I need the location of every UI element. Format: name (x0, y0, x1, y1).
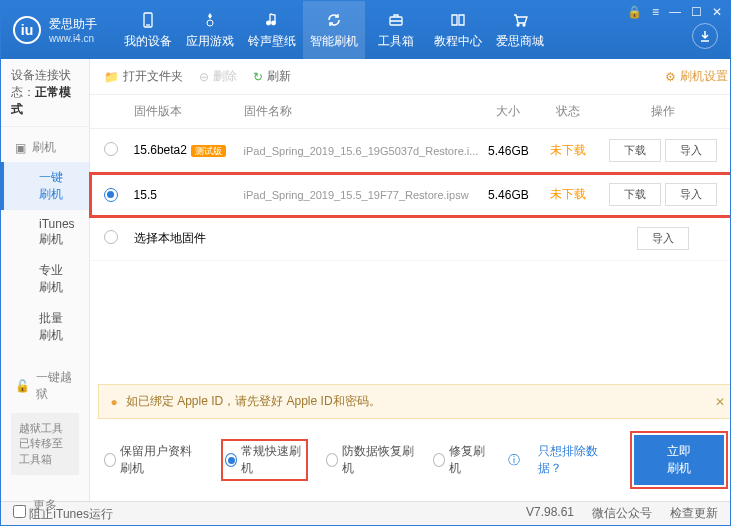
app-title: 爱思助手 (49, 16, 97, 33)
open-folder-button[interactable]: 📁打开文件夹 (104, 68, 183, 85)
import-button[interactable]: 导入 (637, 227, 689, 250)
firmware-row[interactable]: 15.5 iPad_Spring_2019_15.5_19F77_Restore… (90, 173, 731, 217)
app-header: iu 爱思助手 www.i4.cn 我的设备 应用游戏 铃声壁纸 智能刷机 工具… (1, 1, 730, 59)
table-header: 固件版本 固件名称 大小 状态 操作 (90, 95, 731, 129)
apps-icon (201, 11, 219, 29)
sidebar-item-oneclick[interactable]: 一键刷机 (1, 162, 89, 210)
toolbar: 📁打开文件夹 ⊖删除 ↻刷新 ⚙刷机设置 (90, 59, 731, 95)
row-radio[interactable] (104, 188, 118, 202)
phone-icon (139, 11, 157, 29)
nav-tabs: 我的设备 应用游戏 铃声壁纸 智能刷机 工具箱 教程中心 爱思商城 (117, 1, 551, 59)
col-ops: 操作 (598, 103, 728, 120)
close-icon[interactable]: ✕ (715, 395, 725, 409)
music-icon (263, 11, 281, 29)
sidebar: 设备连接状态：正常模式 ▣刷机 一键刷机 iTunes刷机 专业刷机 批量刷机 … (1, 59, 90, 501)
row-radio[interactable] (104, 230, 118, 244)
logo-area: iu 爱思助手 www.i4.cn (1, 16, 109, 44)
book-icon (449, 11, 467, 29)
logo-icon: iu (13, 16, 41, 44)
app-url: www.i4.cn (49, 33, 97, 44)
maximize-icon[interactable]: ☐ (691, 5, 702, 19)
version-label: V7.98.61 (526, 505, 574, 522)
tab-toolbox[interactable]: 工具箱 (365, 1, 427, 59)
flash-now-button[interactable]: 立即刷机 (634, 435, 725, 485)
firmware-row[interactable]: 15.6beta2测试版 iPad_Spring_2019_15.6_19G50… (90, 129, 731, 173)
exclude-data-link[interactable]: 只想排除数据？ (538, 443, 611, 477)
opt-repair[interactable]: 修复刷机 (433, 443, 491, 477)
col-name: 固件名称 (244, 103, 479, 120)
jailbreak-note: 越狱工具已转移至工具箱 (11, 413, 79, 475)
svg-point-3 (267, 21, 271, 25)
download-button[interactable]: 下载 (609, 183, 661, 206)
svg-point-7 (523, 24, 525, 26)
gear-icon: ⚙ (665, 70, 676, 84)
footer: 阻止iTunes运行 V7.98.61 微信公众号 检查更新 (1, 501, 730, 525)
warning-icon: ● (111, 395, 118, 409)
lock-icon[interactable]: 🔒 (627, 5, 642, 19)
download-button[interactable]: 下载 (609, 139, 661, 162)
opt-keep-data[interactable]: 保留用户资料刷机 (104, 443, 204, 477)
connection-status: 设备连接状态：正常模式 (1, 59, 89, 127)
refresh-button[interactable]: ↻刷新 (253, 68, 291, 85)
col-version: 固件版本 (134, 103, 244, 120)
tab-store[interactable]: 爱思商城 (489, 1, 551, 59)
delete-icon: ⊖ (199, 70, 209, 84)
sidebar-item-itunes[interactable]: iTunes刷机 (1, 210, 89, 255)
tab-tutorial[interactable]: 教程中心 (427, 1, 489, 59)
delete-button[interactable]: ⊖删除 (199, 68, 237, 85)
menu-icon[interactable]: ≡ (652, 5, 659, 19)
sidebar-group-flash[interactable]: ▣刷机 (1, 133, 89, 162)
wechat-link[interactable]: 微信公众号 (592, 505, 652, 522)
warning-banner: ● 如已绑定 Apple ID，请先登好 Apple ID和密码。 ✕ (98, 384, 731, 419)
beta-badge: 测试版 (191, 145, 226, 157)
info-icon[interactable]: ⓘ (508, 452, 520, 469)
window-controls: 🔒 ≡ — ☐ ✕ (627, 5, 722, 19)
col-size: 大小 (478, 103, 538, 120)
download-button[interactable] (692, 23, 718, 49)
tab-ringtones[interactable]: 铃声壁纸 (241, 1, 303, 59)
tab-apps[interactable]: 应用游戏 (179, 1, 241, 59)
sidebar-item-pro[interactable]: 专业刷机 (1, 255, 89, 303)
refresh-icon (325, 11, 343, 29)
minimize-icon[interactable]: — (669, 5, 681, 19)
toolbox-icon (387, 11, 405, 29)
check-update-link[interactable]: 检查更新 (670, 505, 718, 522)
svg-point-6 (517, 24, 519, 26)
flash-settings-button[interactable]: ⚙刷机设置 (665, 68, 728, 85)
close-icon[interactable]: ✕ (712, 5, 722, 19)
tab-my-device[interactable]: 我的设备 (117, 1, 179, 59)
import-button[interactable]: 导入 (665, 139, 717, 162)
sidebar-group-jailbreak[interactable]: 🔓一键越狱 (1, 363, 89, 409)
folder-icon: 📁 (104, 70, 119, 84)
opt-normal[interactable]: 常规快速刷机 (225, 443, 304, 477)
sidebar-item-batch[interactable]: 批量刷机 (1, 303, 89, 351)
phone-icon: ▣ (15, 141, 26, 155)
lock-icon: 🔓 (15, 379, 30, 393)
tab-flash[interactable]: 智能刷机 (303, 1, 365, 59)
main-panel: 📁打开文件夹 ⊖删除 ↻刷新 ⚙刷机设置 固件版本 固件名称 大小 状态 操作 … (90, 59, 731, 501)
col-status: 状态 (538, 103, 598, 120)
svg-point-2 (207, 20, 213, 26)
cart-icon (511, 11, 529, 29)
local-firmware-row[interactable]: 选择本地固件 导入 (90, 217, 731, 261)
flash-options: 保留用户资料刷机 常规快速刷机 防数据恢复刷机 修复刷机 ⓘ 只想排除数据？ 立… (90, 419, 731, 501)
import-button[interactable]: 导入 (665, 183, 717, 206)
refresh-icon: ↻ (253, 70, 263, 84)
svg-point-4 (272, 21, 276, 25)
row-radio[interactable] (104, 142, 118, 156)
opt-recovery[interactable]: 防数据恢复刷机 (326, 443, 415, 477)
block-itunes-checkbox[interactable]: 阻止iTunes运行 (13, 505, 113, 523)
